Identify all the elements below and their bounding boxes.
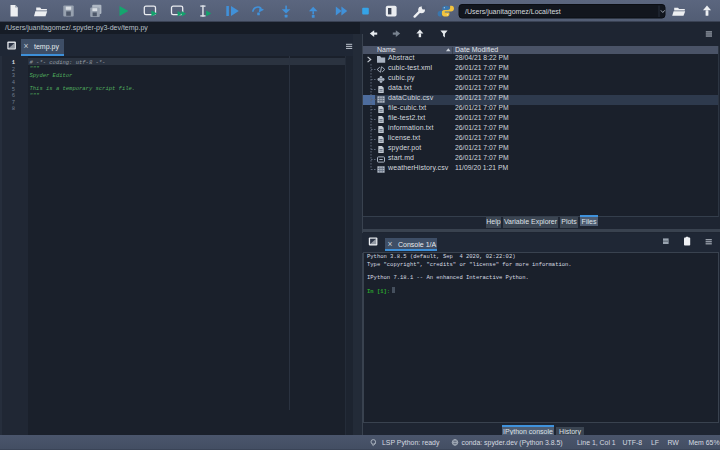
svg-text:/Users/juanitagomez/Local/test: /Users/juanitagomez/Local/test	[465, 8, 561, 16]
